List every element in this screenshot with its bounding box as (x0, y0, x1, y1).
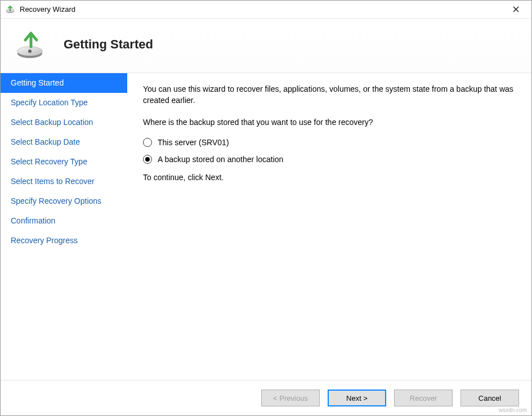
svg-point-6 (28, 50, 32, 53)
recovery-wizard-icon (5, 5, 15, 15)
radio-option-another-location[interactable]: A backup stored on another location (143, 155, 516, 164)
radio-icon (143, 155, 152, 164)
intro-text: You can use this wizard to recover files… (143, 83, 516, 106)
question-text: Where is the backup stored that you want… (143, 117, 516, 128)
step-confirmation[interactable]: Confirmation (1, 211, 127, 231)
close-button[interactable] (504, 1, 527, 18)
continue-hint: To continue, click Next. (143, 172, 516, 183)
recover-button: Recover (394, 390, 453, 406)
wizard-footer: < Previous Next > Recover Cancel (1, 380, 531, 415)
step-select-recovery-type[interactable]: Select Recovery Type (1, 152, 127, 172)
wizard-content: You can use this wizard to recover files… (127, 73, 531, 380)
window-title: Recovery Wizard (20, 5, 504, 14)
radio-option-this-server[interactable]: This server (SRV01) (143, 138, 516, 147)
recovery-header-icon (14, 28, 48, 61)
step-specify-recovery-options[interactable]: Specify Recovery Options (1, 191, 127, 211)
close-icon (513, 6, 519, 12)
next-button[interactable]: Next > (328, 390, 386, 406)
wizard-body: Getting Started Specify Location Type Se… (1, 73, 531, 380)
step-specify-location-type[interactable]: Specify Location Type (1, 93, 127, 113)
radio-label: A backup stored on another location (158, 155, 283, 164)
cancel-button[interactable]: Cancel (461, 390, 519, 406)
step-recovery-progress[interactable]: Recovery Progress (1, 231, 127, 251)
step-getting-started[interactable]: Getting Started (1, 73, 127, 93)
radio-icon (143, 138, 152, 147)
page-title: Getting Started (64, 37, 153, 52)
step-select-items-to-recover[interactable]: Select Items to Recover (1, 172, 127, 191)
radio-label: This server (SRV01) (158, 138, 229, 147)
svg-point-2 (10, 10, 11, 11)
wizard-header: Getting Started (1, 19, 531, 73)
wizard-steps-sidebar: Getting Started Specify Location Type Se… (1, 73, 127, 380)
step-select-backup-location[interactable]: Select Backup Location (1, 113, 127, 132)
titlebar: Recovery Wizard (1, 1, 531, 19)
previous-button: < Previous (261, 390, 320, 406)
recovery-wizard-window: Recovery Wizard Getti (0, 0, 532, 416)
step-select-backup-date[interactable]: Select Backup Date (1, 132, 127, 152)
